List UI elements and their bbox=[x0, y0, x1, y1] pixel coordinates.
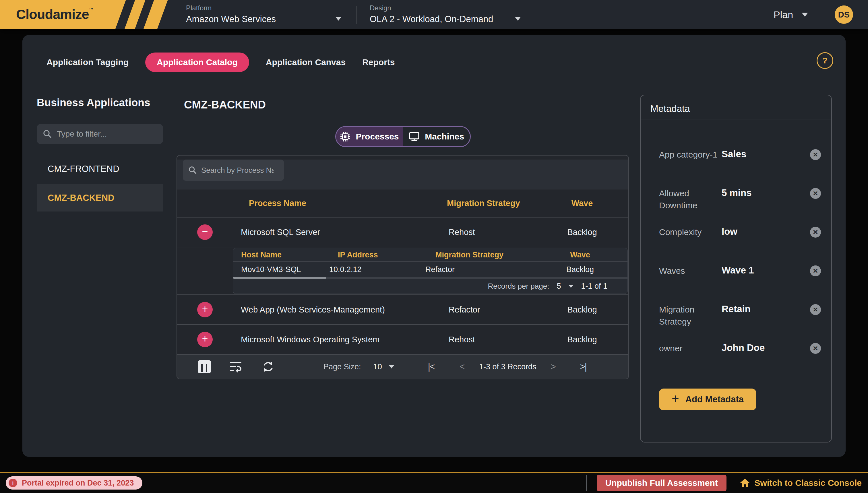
pagination-next-button[interactable]: > bbox=[551, 362, 555, 372]
chevron-down-icon bbox=[802, 13, 808, 17]
plan-menu[interactable]: Plan bbox=[774, 0, 808, 29]
tab-application-catalog[interactable]: Application Catalog bbox=[145, 52, 249, 72]
chip-icon bbox=[340, 131, 351, 142]
app-root: Cloudamize™ Platform Amazon Web Services… bbox=[0, 0, 868, 493]
metadata-value: 5 mins bbox=[720, 187, 810, 198]
metadata-panel: Metadata App category-1 Sales ✕ Allowed … bbox=[640, 95, 832, 443]
remove-metadata-button[interactable]: ✕ bbox=[810, 304, 821, 315]
col-ip-address: IP Address bbox=[321, 251, 417, 259]
records-per-page-label: Records per page: bbox=[488, 282, 549, 291]
remove-metadata-button[interactable]: ✕ bbox=[810, 188, 821, 199]
tab-application-canvas[interactable]: Application Canvas bbox=[266, 52, 345, 72]
expand-row-button[interactable]: + bbox=[197, 302, 213, 317]
wave-cell: Backlog bbox=[545, 335, 628, 344]
sidebar-title: Business Applications bbox=[37, 97, 150, 109]
design-label: Design bbox=[370, 4, 525, 12]
expand-row-button[interactable]: + bbox=[197, 332, 213, 347]
metadata-value: Sales bbox=[720, 149, 810, 159]
toggle-processes[interactable]: Processes bbox=[336, 127, 403, 146]
tab-application-tagging[interactable]: Application Tagging bbox=[46, 52, 129, 72]
main-card: Application Tagging Application Catalog … bbox=[22, 35, 846, 457]
search-icon bbox=[188, 166, 197, 175]
chevron-down-icon bbox=[335, 17, 342, 21]
metadata-value: low bbox=[720, 226, 810, 237]
design-value: OLA 2 - Workload, On-Demand bbox=[370, 14, 525, 24]
wrap-text-icon[interactable] bbox=[229, 360, 242, 373]
page-title: CMZ-BACKEND bbox=[184, 99, 266, 111]
table-toolbar: Page Size: 10 |< < 1-3 of 3 Records > >| bbox=[177, 355, 628, 379]
expanded-row-section: Host Name IP Address Migration Strategy … bbox=[177, 248, 628, 295]
process-name-cell: Microsoft Windows Operating System bbox=[214, 335, 436, 344]
sidebar-divider bbox=[167, 89, 167, 450]
col-host-name: Host Name bbox=[233, 251, 321, 259]
trademark-symbol: ™ bbox=[89, 7, 93, 12]
metadata-key: Waves bbox=[659, 265, 720, 277]
collapse-row-button[interactable]: − bbox=[197, 224, 213, 240]
switch-to-classic-console-link[interactable]: Switch to Classic Console bbox=[740, 478, 862, 488]
pagination-first-button[interactable]: |< bbox=[428, 362, 434, 372]
metadata-row: Waves Wave 1 ✕ bbox=[659, 265, 821, 296]
col-nested-wave: Wave bbox=[533, 251, 628, 259]
toggle-machines-label: Machines bbox=[425, 132, 464, 142]
bottom-bar-divider bbox=[587, 475, 587, 491]
platform-label: Platform bbox=[186, 4, 347, 12]
metadata-row: App category-1 Sales ✕ bbox=[659, 149, 821, 180]
horizontal-scrollbar-track bbox=[233, 277, 628, 279]
toggle-machines[interactable]: Machines bbox=[403, 127, 470, 146]
chevron-down-icon[interactable] bbox=[389, 365, 394, 368]
logo-wordmark: Cloudamize™ bbox=[16, 6, 93, 22]
search-icon bbox=[42, 129, 52, 139]
metadata-rows: App category-1 Sales ✕ Allowed Downtime … bbox=[659, 149, 821, 381]
remove-metadata-button[interactable]: ✕ bbox=[810, 149, 821, 160]
strategy-cell: Rehost bbox=[436, 228, 545, 237]
records-per-page-value[interactable]: 5 bbox=[556, 282, 561, 291]
metadata-row: owner John Doe ✕ bbox=[659, 342, 821, 374]
design-select[interactable]: Design OLA 2 - Workload, On-Demand bbox=[370, 4, 525, 24]
horizontal-scrollbar-thumb[interactable] bbox=[233, 277, 326, 279]
col-process-name: Process Name bbox=[214, 198, 436, 208]
metadata-value: Wave 1 bbox=[720, 265, 810, 276]
platform-select[interactable]: Platform Amazon Web Services bbox=[186, 4, 347, 24]
page-size-value[interactable]: 10 bbox=[373, 362, 382, 371]
process-table: Process Name Migration Strategy Wave − M… bbox=[176, 155, 629, 379]
remove-metadata-button[interactable]: ✕ bbox=[810, 265, 821, 276]
process-search-wrap[interactable] bbox=[183, 159, 284, 181]
sidebar-item-cmz-backend[interactable]: CMZ-BACKEND bbox=[37, 184, 163, 212]
remove-metadata-button[interactable]: ✕ bbox=[810, 343, 821, 354]
metadata-key: Migration Strategy bbox=[659, 304, 720, 328]
filter-input-wrap[interactable] bbox=[37, 124, 163, 144]
table-row: − Microsoft SQL Server Rehost Backlog bbox=[177, 217, 628, 248]
refresh-icon[interactable] bbox=[261, 360, 275, 373]
strategy-cell: Rehost bbox=[436, 335, 545, 344]
chevron-down-icon[interactable] bbox=[568, 285, 573, 288]
avatar[interactable]: DS bbox=[835, 5, 853, 24]
filter-input[interactable] bbox=[57, 129, 157, 138]
columns-icon[interactable] bbox=[177, 360, 211, 373]
ip-address-cell: 10.0.2.12 bbox=[321, 265, 417, 274]
nested-header-row: Host Name IP Address Migration Strategy … bbox=[233, 248, 628, 262]
logo-stripe-2 bbox=[142, 0, 169, 29]
pagination-last-button[interactable]: >| bbox=[580, 362, 587, 372]
logo-stripe-1 bbox=[123, 0, 147, 29]
nested-host-table: Host Name IP Address Migration Strategy … bbox=[233, 248, 628, 294]
wave-cell: Backlog bbox=[545, 305, 628, 315]
unpublish-full-assessment-button[interactable]: Unpublish Full Assessment bbox=[597, 475, 726, 491]
sidebar-item-cmz-frontend[interactable]: CMZ-FRONTEND bbox=[37, 158, 163, 180]
remove-metadata-button[interactable]: ✕ bbox=[810, 227, 821, 238]
process-name-cell: Microsoft SQL Server bbox=[214, 228, 436, 237]
cloudamize-logo[interactable]: Cloudamize™ bbox=[0, 0, 184, 29]
nested-table-row: Mov10-VM3-SQL 10.0.2.12 Refactor Backlog bbox=[233, 262, 628, 277]
pagination-prev-button[interactable]: < bbox=[460, 362, 464, 372]
add-metadata-button[interactable]: + Add Metadata bbox=[659, 389, 756, 410]
table-header-row: Process Name Migration Strategy Wave bbox=[177, 189, 628, 217]
nested-strategy-cell: Refactor bbox=[417, 265, 533, 274]
tab-reports[interactable]: Reports bbox=[362, 52, 395, 72]
help-button[interactable]: ? bbox=[817, 52, 833, 69]
monitor-icon bbox=[409, 131, 420, 142]
col-migration-strategy: Migration Strategy bbox=[436, 198, 545, 208]
metadata-title: Metadata bbox=[651, 103, 690, 114]
metadata-value: John Doe bbox=[720, 342, 810, 353]
top-header: Cloudamize™ Platform Amazon Web Services… bbox=[0, 0, 868, 29]
process-search-input[interactable] bbox=[201, 166, 274, 175]
table-search-panel bbox=[177, 159, 628, 189]
